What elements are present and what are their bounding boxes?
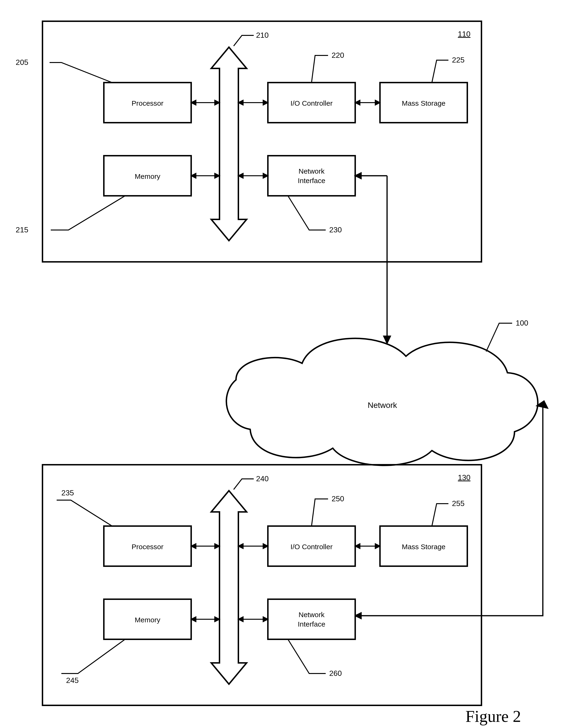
ref-260: 260 — [329, 669, 342, 678]
system-110-border — [42, 21, 482, 262]
memory-label: Memory — [135, 172, 160, 180]
ref-220: 220 — [332, 51, 344, 59]
leader-260 — [288, 639, 326, 674]
bus-240 — [211, 491, 246, 684]
leader-245 — [61, 639, 125, 674]
system-110-ref: 110 — [458, 30, 470, 38]
ref-230: 230 — [329, 226, 342, 234]
io-controller-label: I/O Controller — [291, 99, 333, 107]
network-cloud: Network — [226, 338, 538, 465]
io-controller-label-2: I/O Controller — [291, 543, 333, 551]
leader-240 — [234, 479, 254, 490]
diagram-canvas: 110 210 Processor 205 Memory 215 I/O Con… — [0, 0, 561, 728]
leader-230 — [288, 196, 326, 230]
bus-210 — [211, 47, 246, 241]
network-interface-box-2 — [268, 599, 355, 639]
leader-210 — [234, 35, 254, 46]
ref-225: 225 — [452, 56, 465, 64]
ref-100: 100 — [516, 319, 528, 327]
system-130-border — [42, 465, 482, 705]
ref-235: 235 — [61, 489, 74, 497]
ref-215: 215 — [16, 226, 28, 234]
mass-storage-label: Mass Storage — [402, 99, 445, 107]
svg-marker-19 — [355, 613, 361, 619]
leader-100 — [486, 323, 512, 351]
ref-255: 255 — [452, 499, 465, 508]
figure-caption: Figure 2 — [465, 707, 521, 725]
leader-220 — [312, 55, 328, 83]
processor-label-2: Processor — [131, 543, 163, 551]
memory-label-2: Memory — [135, 616, 160, 624]
network-label: Network — [368, 401, 398, 410]
leader-225 — [432, 60, 448, 83]
network-interface-box — [268, 156, 355, 196]
network-interface-label-2: Interface — [298, 177, 326, 184]
ref-245: 245 — [66, 676, 79, 685]
system-110: 110 210 Processor 205 Memory 215 I/O Con… — [16, 21, 482, 262]
system-130-ref: 130 — [458, 473, 470, 482]
leader-255 — [432, 504, 448, 526]
network-interface-2-label-2: Interface — [298, 620, 326, 628]
ref-250: 250 — [332, 494, 344, 503]
leader-205 — [50, 63, 112, 83]
processor-label: Processor — [131, 99, 163, 107]
system-130: 130 240 Processor 235 Memory 245 I/O Con… — [42, 465, 482, 705]
leader-235 — [57, 500, 112, 526]
network-interface-2-label-1: Network — [299, 611, 325, 619]
ref-240: 240 — [256, 474, 268, 483]
svg-marker-15 — [384, 336, 390, 343]
ref-210: 210 — [256, 31, 268, 39]
leader-250 — [312, 499, 328, 526]
link-top-to-cloud — [355, 173, 390, 343]
ref-205: 205 — [16, 58, 28, 67]
network-interface-label-1: Network — [299, 167, 325, 175]
mass-storage-label-2: Mass Storage — [402, 543, 445, 551]
svg-marker-18 — [537, 401, 548, 408]
leader-215 — [51, 196, 125, 230]
